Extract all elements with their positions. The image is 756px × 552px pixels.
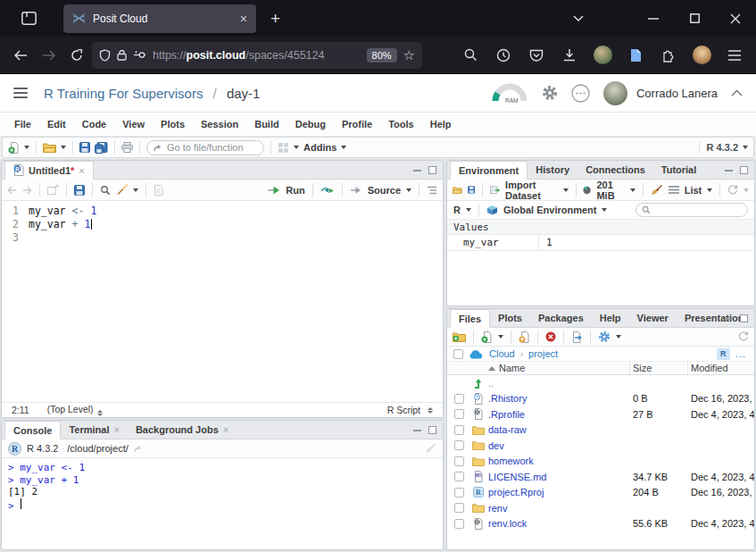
- menu-profile[interactable]: Profile: [334, 119, 380, 130]
- language-selector[interactable]: R: [453, 205, 461, 215]
- file-row[interactable]: dev: [447, 438, 754, 454]
- row-checkbox[interactable]: [454, 425, 464, 435]
- file-name-link[interactable]: renv.lock: [488, 518, 527, 529]
- folder-name-link[interactable]: homework: [488, 456, 534, 466]
- more-gear-icon[interactable]: [598, 330, 611, 343]
- memory-usage-button[interactable]: 201 MiB: [596, 180, 625, 201]
- source-icon[interactable]: [350, 186, 362, 195]
- import-dataset-caret[interactable]: [563, 188, 569, 192]
- tab-help[interactable]: Help: [592, 309, 629, 327]
- save-icon[interactable]: [79, 142, 90, 153]
- tab-tutorial[interactable]: Tutorial: [653, 161, 705, 179]
- tab-console[interactable]: Console: [4, 421, 61, 439]
- scope-selector[interactable]: (Top Level): [47, 404, 103, 416]
- environment-variable-row[interactable]: my_var 1: [447, 235, 754, 251]
- upload-icon[interactable]: [519, 331, 530, 343]
- permissions-icon[interactable]: [133, 51, 146, 59]
- more-ellipsis-icon[interactable]: [571, 84, 590, 103]
- breadcrumb-more-button[interactable]: ...: [735, 348, 746, 359]
- file-name-link[interactable]: .Rprofile: [488, 409, 525, 420]
- project-link[interactable]: R Training For Supervisors: [44, 86, 203, 101]
- clear-environment-broom-icon[interactable]: [651, 184, 663, 196]
- clear-console-broom-icon[interactable]: [425, 443, 436, 454]
- refresh-icon[interactable]: [738, 331, 749, 342]
- run-button[interactable]: Run: [286, 185, 304, 196]
- rproj-badge[interactable]: R: [717, 348, 730, 360]
- menu-code[interactable]: Code: [74, 119, 115, 130]
- folder-name-link[interactable]: dev: [488, 440, 504, 451]
- column-modified-header[interactable]: Modified: [691, 363, 728, 373]
- open-file-icon[interactable]: [43, 142, 56, 153]
- new-blank-file-icon[interactable]: [481, 331, 493, 343]
- addins-label[interactable]: Addins: [303, 142, 336, 153]
- row-checkbox[interactable]: [454, 488, 464, 498]
- chevron-up-icon[interactable]: [731, 89, 743, 96]
- file-name-link[interactable]: project.Rproj: [488, 487, 544, 498]
- reload-icon[interactable]: [62, 42, 90, 69]
- tab-viewer[interactable]: Viewer: [629, 309, 677, 327]
- new-file-icon[interactable]: [8, 142, 20, 154]
- environment-search-input[interactable]: [654, 205, 740, 215]
- menu-help[interactable]: Help: [422, 119, 460, 130]
- tab-close-icon[interactable]: ×: [223, 424, 228, 435]
- tab-connections[interactable]: Connections: [577, 161, 653, 179]
- profile-avatar[interactable]: [687, 42, 716, 69]
- window-close-button[interactable]: [715, 0, 756, 37]
- memory-caret[interactable]: [630, 188, 636, 192]
- file-row[interactable]: data-raw: [447, 422, 754, 439]
- maximize-pane-icon[interactable]: [428, 166, 436, 174]
- tab-files[interactable]: Files: [450, 309, 490, 328]
- source-button[interactable]: Source: [368, 185, 401, 196]
- popout-icon[interactable]: [47, 185, 59, 195]
- list-view-button[interactable]: List: [685, 185, 702, 196]
- tab-untitled1[interactable]: R Untitled1* ×: [4, 161, 94, 180]
- tab-list-chevron-icon[interactable]: [558, 0, 599, 37]
- open-file-caret[interactable]: [61, 146, 66, 149]
- user-avatar[interactable]: [603, 81, 627, 105]
- file-row-updir[interactable]: ..: [447, 375, 754, 391]
- lock-icon[interactable]: [117, 49, 127, 61]
- maximize-pane-icon[interactable]: [740, 166, 748, 174]
- firefox-view-icon[interactable]: [21, 12, 37, 25]
- new-folder-icon[interactable]: [453, 331, 466, 342]
- pocket-icon[interactable]: [522, 42, 551, 69]
- file-name-link[interactable]: .Rhistory: [488, 393, 527, 404]
- load-workspace-icon[interactable]: [453, 185, 462, 195]
- addins-grid-icon[interactable]: [278, 142, 289, 154]
- tab-background-jobs[interactable]: Background Jobs×: [128, 421, 237, 439]
- column-name-header[interactable]: Name: [488, 363, 525, 373]
- row-checkbox[interactable]: [454, 456, 464, 466]
- open-directory-arrow-icon[interactable]: [134, 445, 144, 453]
- file-name-link[interactable]: LICENSE.md: [488, 472, 546, 482]
- list-view-icon[interactable]: [669, 186, 679, 194]
- window-minimize-button[interactable]: [633, 0, 674, 37]
- file-type-selector[interactable]: R Script: [387, 405, 433, 415]
- sidebar-document-icon[interactable]: [621, 42, 650, 69]
- delete-file-icon[interactable]: [545, 331, 556, 342]
- file-row[interactable]: renv: [447, 500, 754, 516]
- tab-environment[interactable]: Environment: [450, 161, 528, 180]
- row-checkbox[interactable]: [454, 394, 464, 404]
- extensions-puzzle-icon[interactable]: [654, 42, 683, 69]
- menu-tools[interactable]: Tools: [380, 119, 422, 130]
- breadcrumb-project-link[interactable]: project: [528, 348, 558, 359]
- tab-history[interactable]: History: [528, 161, 577, 179]
- tab-terminal[interactable]: Terminal×: [61, 421, 127, 439]
- history-clock-icon[interactable]: [489, 42, 518, 69]
- breadcrumb-cloud-link[interactable]: Cloud: [489, 348, 515, 359]
- language-caret[interactable]: [466, 208, 471, 212]
- file-row[interactable]: R project.Rproj 204 B Dec 16, 2023,: [447, 485, 754, 501]
- zoom-level-badge[interactable]: 80%: [367, 48, 397, 63]
- run-icon[interactable]: [267, 186, 280, 195]
- menu-debug[interactable]: Debug: [287, 119, 334, 130]
- tab-close-icon[interactable]: ×: [79, 165, 84, 176]
- bookmark-star-icon[interactable]: ☆: [403, 47, 415, 63]
- console-body[interactable]: > my_var <- 1 > my_var + 1 [1] 2 >: [2, 458, 443, 512]
- row-checkbox[interactable]: [454, 519, 464, 529]
- menu-session[interactable]: Session: [193, 119, 246, 130]
- minimize-pane-icon[interactable]: [413, 430, 421, 431]
- search-icon[interactable]: [456, 42, 485, 69]
- select-all-checkbox[interactable]: [453, 349, 463, 359]
- code-editor[interactable]: 1 my_var<-1 2 my_var+1 3: [2, 201, 443, 244]
- row-checkbox[interactable]: [454, 472, 464, 481]
